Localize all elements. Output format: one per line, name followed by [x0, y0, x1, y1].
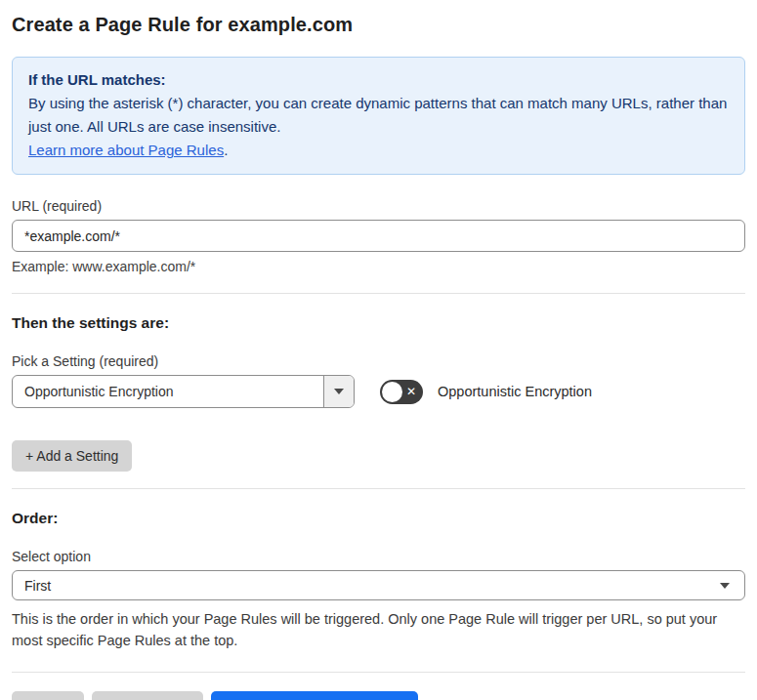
toggle-label: Opportunistic Encryption: [438, 384, 592, 399]
select-option-label: Select option: [12, 549, 745, 564]
divider: [12, 672, 745, 673]
add-setting-button[interactable]: + Add a Setting: [12, 440, 132, 472]
url-input[interactable]: [12, 220, 745, 252]
chevron-down-icon: [334, 389, 344, 394]
settings-section-heading: Then the settings are:: [12, 314, 745, 332]
page-title: Create a Page Rule for example.com: [12, 14, 745, 36]
toggle-knob: [382, 382, 402, 402]
save-deploy-button[interactable]: Save and Deploy Page Rule: [211, 691, 418, 700]
chevron-down-icon: [720, 583, 730, 589]
order-helper-text: This is the order in which your Page Rul…: [12, 608, 745, 651]
divider: [12, 293, 745, 294]
url-matches-info-box: If the URL matches: By using the asteris…: [12, 57, 745, 175]
x-icon: ✕: [406, 380, 416, 404]
url-section: URL (required) Example: www.example.com/…: [12, 198, 745, 274]
divider: [12, 488, 745, 489]
pick-setting-label: Pick a Setting (required): [12, 353, 745, 369]
url-field-label: URL (required): [12, 198, 745, 214]
setting-dropdown-value: Opportunistic Encryption: [13, 376, 323, 407]
info-box-link-line: Learn more about Page Rules.: [28, 139, 729, 162]
order-select-value: First: [24, 578, 51, 594]
info-box-heading: If the URL matches:: [28, 68, 729, 92]
learn-more-link[interactable]: Learn more about Page Rules: [28, 142, 224, 158]
create-page-rule-panel: Create a Page Rule for example.com If th…: [0, 0, 757, 700]
setting-row: Opportunistic Encryption ✕ Opportunistic…: [12, 375, 745, 408]
order-select[interactable]: First: [12, 570, 745, 600]
info-link-suffix: .: [224, 142, 228, 158]
cancel-button[interactable]: Cancel: [12, 691, 84, 700]
order-section-heading: Order:: [12, 510, 745, 527]
url-example-helper: Example: www.example.com/*: [12, 259, 745, 274]
setting-dropdown[interactable]: Opportunistic Encryption: [12, 375, 355, 408]
save-draft-button[interactable]: Save as Draft: [92, 691, 204, 700]
info-box-body: By using the asterisk (*) character, you…: [28, 92, 729, 139]
setting-dropdown-arrow-button[interactable]: [323, 376, 354, 407]
footer-actions: Cancel Save as Draft Save and Deploy Pag…: [12, 691, 745, 700]
opportunistic-encryption-toggle[interactable]: ✕: [380, 380, 423, 404]
